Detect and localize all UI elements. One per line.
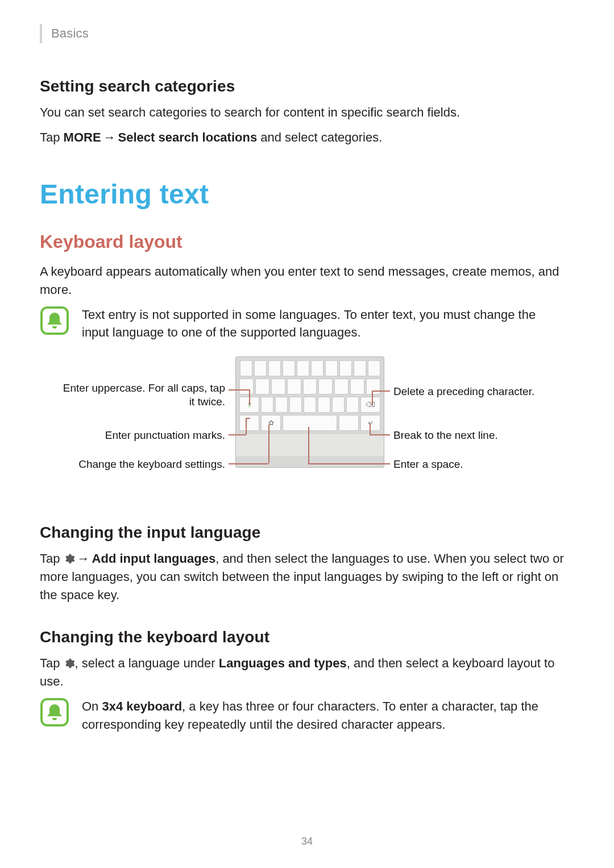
page-header: Basics — [40, 24, 574, 43]
note-block: On 3x4 keyboard, a key has three or four… — [40, 697, 574, 734]
label-add-input-languages: Add input languages — [92, 551, 216, 566]
callout-delete: Delete a preceding character. — [393, 385, 534, 398]
body-text: Tap → Add input languages, and then sele… — [40, 550, 574, 604]
text: and select categories. — [257, 130, 382, 144]
heading-entering-text: Entering text — [40, 178, 574, 210]
text: Tap — [40, 551, 64, 566]
note-bell-icon — [40, 306, 69, 338]
text: , select a language under — [75, 656, 219, 670]
label-more: MORE — [64, 130, 101, 144]
page-number: 34 — [0, 836, 614, 848]
heading-keyboard-layout: Keyboard layout — [40, 231, 574, 252]
note-text: On 3x4 keyboard, a key has three or four… — [82, 697, 548, 734]
backspace-key-icon: ⌫ — [360, 397, 380, 413]
heading-changing-keyboard-layout: Changing the keyboard layout — [40, 628, 574, 646]
heading-setting-search-categories: Setting search categories — [40, 77, 574, 95]
label-3x4-keyboard: 3x4 keyboard — [102, 699, 182, 713]
arrow-icon: → — [101, 128, 118, 147]
settings-key-icon: ✿ — [261, 415, 281, 431]
callout-space: Enter a space. — [393, 458, 463, 471]
body-text: Tap , select a language under Languages … — [40, 654, 574, 691]
callout-line: it twice. — [63, 395, 225, 409]
note-block: Text entry is not supported in some lang… — [40, 306, 574, 342]
label-languages-and-types: Languages and types — [219, 656, 347, 670]
callout-line: Enter uppercase. For all caps, tap — [63, 381, 225, 395]
space-key-icon — [283, 415, 337, 431]
body-text: A keyboard appears automatically when yo… — [40, 263, 574, 299]
label-select-search-locations: Select search locations — [118, 130, 258, 144]
callout-newline: Break to the next line. — [393, 429, 498, 442]
body-text: Tap MORE → Select search locations and s… — [40, 128, 574, 147]
body-text: You can set search categories to search … — [40, 103, 574, 122]
keyboard-diagram: ⇧ ⌫ ✿ ↵ Enter uppercase. For all caps, t… — [63, 356, 551, 499]
text: On — [82, 699, 102, 713]
text: Tap — [40, 656, 64, 670]
callout-shift: Enter uppercase. For all caps, tap it tw… — [63, 381, 225, 409]
gear-icon — [64, 656, 75, 670]
period-key-icon — [339, 415, 359, 431]
header-rule — [40, 24, 42, 43]
breadcrumb: Basics — [51, 26, 89, 41]
heading-changing-input-language: Changing the input language — [40, 524, 574, 542]
callout-punctuation: Enter punctuation marks. — [63, 429, 225, 442]
arrow-icon: → — [75, 550, 92, 568]
note-bell-icon — [40, 697, 69, 729]
gear-icon — [64, 551, 75, 566]
keyboard-image: ⇧ ⌫ ✿ ↵ — [235, 356, 384, 468]
note-text: Text entry is not supported in some lang… — [82, 306, 548, 342]
callout-settings: Change the keyboard settings. — [63, 458, 225, 471]
text: Tap — [40, 130, 64, 144]
